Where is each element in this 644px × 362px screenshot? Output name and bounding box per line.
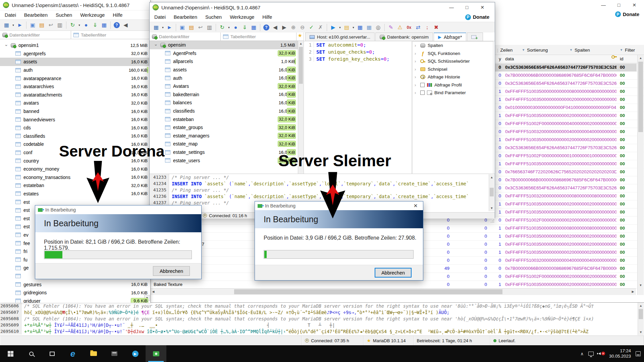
maximize-icon[interactable]: □ <box>611 0 627 10</box>
dropdown-icon[interactable]: ▾ <box>352 23 355 32</box>
menu-item-datei[interactable]: Datei <box>5 12 16 18</box>
close-icon[interactable]: ✕ <box>408 201 423 210</box>
session-manager-icon[interactable]: ▦ <box>152 23 160 32</box>
column-header-data[interactable]: data <box>505 56 514 61</box>
sidebar-item-abfrage-profil[interactable]: › Abfrage Profil <box>413 81 493 89</box>
print-icon[interactable]: ▥ <box>56 21 64 29</box>
resize-grip[interactable] <box>490 219 494 223</box>
chevron-right-icon[interactable]: › <box>415 90 418 95</box>
screen-capture-button[interactable] <box>146 345 166 362</box>
menu-item-datei[interactable]: Datei <box>154 14 166 20</box>
tree-table-gestures[interactable]: gestures16,0 KiB <box>0 280 150 289</box>
tree-table-estate-managers[interactable]: estate_managers32,0 KiB <box>150 132 298 140</box>
apply-icon[interactable]: ✓ <box>307 23 316 32</box>
tree-table-avatarappearance[interactable]: avatarappearance16,0 KiB <box>0 74 150 82</box>
chevron-right-icon[interactable]: › <box>415 51 418 56</box>
user-manager-icon[interactable]: ● <box>82 21 90 29</box>
menu-item-hilfe[interactable]: Hilfe <box>113 12 122 18</box>
tab-host-e100-grid-serverfar[interactable]: Host: e100.grid.serverfar... <box>305 33 375 41</box>
tree-table-avatararchives[interactable]: avatararchives16,0 KiB <box>0 82 150 91</box>
taskbar-clock[interactable]: 17:24 30.05.2023 <box>609 348 631 359</box>
start-button[interactable] <box>0 345 21 362</box>
sidebar-item-bind-parameter[interactable]: › Bind Parameter <box>413 89 493 97</box>
grid-tool-filter[interactable]: ▼ Filter <box>620 45 635 55</box>
volume-muted-icon[interactable]: × <box>598 351 604 356</box>
tree-table-estate-users[interactable]: estate_users32,0 KiB <box>150 156 298 165</box>
undo-icon[interactable]: ↩ <box>196 23 205 32</box>
copy-icon[interactable]: ▣ <box>178 23 186 32</box>
tree-table-estate-groups[interactable]: estate_groups32,0 KiB <box>150 123 298 132</box>
sidebar-item-sql-funktionen[interactable]: › ƒ SQL Funktionen <box>413 50 493 58</box>
dropdown-icon[interactable]: ▾ <box>338 23 342 32</box>
editor-line[interactable]: 2 SET unique_checks=0; <box>304 48 412 55</box>
network-icon[interactable] <box>588 352 594 356</box>
menu-item-bearbeiten[interactable]: Bearbeiten <box>24 12 48 18</box>
tree-table-agentprefs[interactable]: AgentPrefs32,0 KiB <box>150 49 298 58</box>
refresh-icon[interactable]: ↻ <box>68 21 77 29</box>
tray-expand-icon[interactable]: ∧ <box>580 351 584 356</box>
help-icon[interactable]: ? <box>263 24 269 31</box>
copy-icon[interactable]: ▣ <box>29 21 37 29</box>
tree-table-estate-map[interactable]: estate_map32,0 KiB <box>150 140 298 148</box>
sidebar-item-sql-schlüsselwörter[interactable]: › SQL Schlüsselwörter <box>413 57 493 65</box>
scroll-down-icon[interactable]: ▼ <box>489 205 494 211</box>
menu-item-suchen[interactable]: Suchen <box>205 14 222 20</box>
file-explorer-button[interactable] <box>83 345 104 362</box>
help-icon[interactable]: ? <box>114 22 120 28</box>
tab-new[interactable] <box>467 33 483 41</box>
tree-table-cds[interactable]: cds16,0 KiB <box>0 124 150 132</box>
scroll-up-icon[interactable]: ▲ <box>489 174 494 180</box>
paste-icon[interactable]: ▤ <box>187 23 196 32</box>
donate-button[interactable]: P Donate <box>465 14 489 20</box>
tree-table-avatarattachments[interactable]: avatarattachments16,0 KiB <box>0 91 150 99</box>
find-icon[interactable]: ◎ <box>374 23 382 32</box>
close-icon[interactable]: ✕ <box>475 2 490 12</box>
tree-table-bakedterrain[interactable]: bakedterrain16,0 KiB <box>150 90 298 99</box>
menu-item-werkzeuge[interactable]: Werkzeuge <box>80 12 105 18</box>
log-vertical-scrollbar[interactable]: ▲ ▼ <box>638 303 644 335</box>
print-icon[interactable]: ▥ <box>205 23 214 32</box>
tree-table-assets[interactable]: assets16,0 KiB <box>0 58 150 66</box>
hex-view-icon[interactable]: 0x <box>405 23 413 32</box>
database-filter-input[interactable]: Datenbankfilter <box>0 31 71 39</box>
tree-table-estate-settings[interactable]: estate_settings16,0 KiB <box>150 148 298 157</box>
dropdown-icon[interactable]: ▾ <box>161 23 165 32</box>
grid-vertical-scrollbar[interactable]: ▲ ▼ <box>637 55 644 295</box>
minimize-icon[interactable]: — <box>444 2 459 12</box>
menu-item-bearbeiten[interactable]: Bearbeiten <box>174 14 197 20</box>
grid-horizontal-scrollbar[interactable]: ◀ ▶ <box>150 288 636 295</box>
column-header-id[interactable]: id <box>620 56 624 61</box>
chevron-right-icon[interactable]: › <box>415 74 418 79</box>
save-sql-icon[interactable]: ▦ <box>356 23 364 32</box>
save-grid-icon[interactable]: ▦ <box>250 23 258 32</box>
chevron-right-icon[interactable]: › <box>415 59 418 64</box>
chevron-right-icon[interactable]: › <box>415 67 418 72</box>
save-sql-as-icon[interactable]: ▦ <box>365 23 373 32</box>
checkbox[interactable] <box>420 90 425 95</box>
dropdown-icon[interactable]: ▾ <box>227 23 231 32</box>
scroll-up-icon[interactable]: ▲ <box>298 41 304 47</box>
user-manager-icon[interactable]: ● <box>231 23 240 32</box>
dialog1-titlebar[interactable]: In Bearbeitung <box>35 205 201 214</box>
format-sql-icon[interactable]: ✎ <box>387 23 395 32</box>
editor-line[interactable]: 1 SET autocommit=0; <box>304 41 412 48</box>
expand-icon[interactable]: › <box>4 43 9 48</box>
window2-titlebar[interactable]: HS Unnamed-2\opensim\ - HeidiSQL 9.1.0.4… <box>150 2 495 12</box>
cancel-button[interactable]: Abbrechen <box>153 266 190 276</box>
remove-row-icon[interactable]: ⊖ <box>298 23 307 32</box>
tree-table-bannedviewers[interactable]: bannedviewers16,0 KiB <box>0 115 150 124</box>
export-rows-icon[interactable]: ⇓ <box>240 23 249 32</box>
scroll-down-icon[interactable]: ▼ <box>638 329 644 335</box>
bind-params-icon[interactable]: ⇄ <box>414 23 422 32</box>
connect-icon[interactable]: ► <box>165 23 174 32</box>
jump-first-icon[interactable]: ◀ <box>271 23 279 32</box>
sidebar-item-spalten[interactable]: › Spalten <box>413 42 493 50</box>
dropdown-icon[interactable]: ▾ <box>11 21 15 29</box>
tree-table-avatars[interactable]: avatars32,0 KiB <box>0 99 150 107</box>
scroll-right-icon[interactable]: ▶ <box>630 289 636 295</box>
run-query-icon[interactable]: ▶ <box>329 23 337 32</box>
tree-table-auth[interactable]: auth16,0 KiB <box>150 74 298 82</box>
clear-icon[interactable]: ✖ <box>432 23 440 32</box>
tree-table-avatars[interactable]: Avatars32,0 KiB <box>150 82 298 90</box>
chevron-right-icon[interactable]: › <box>415 43 418 48</box>
